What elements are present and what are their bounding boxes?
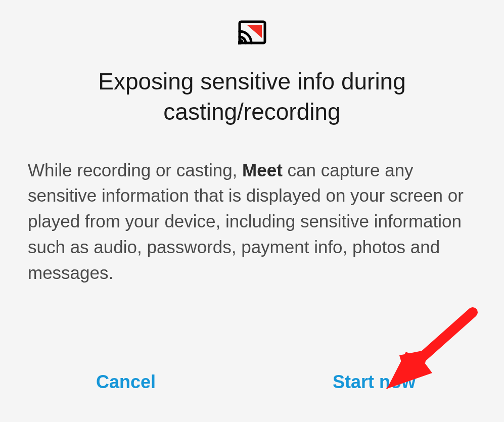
dialog-body-pre: While recording or casting, [28,160,242,180]
dialog-icon-wrap [28,20,476,46]
cast-recording-icon [238,20,266,46]
dialog-body-app: Meet [242,160,283,180]
start-now-button[interactable]: Start now [333,371,416,393]
dialog-body: While recording or casting, Meet can cap… [28,158,476,286]
casting-warning-dialog: Exposing sensitive info during casting/r… [0,0,504,422]
dialog-button-row: Cancel Start now [28,371,476,397]
dialog-title: Exposing sensitive info during casting/r… [28,67,476,127]
cancel-button[interactable]: Cancel [96,371,156,393]
svg-point-2 [239,39,243,43]
